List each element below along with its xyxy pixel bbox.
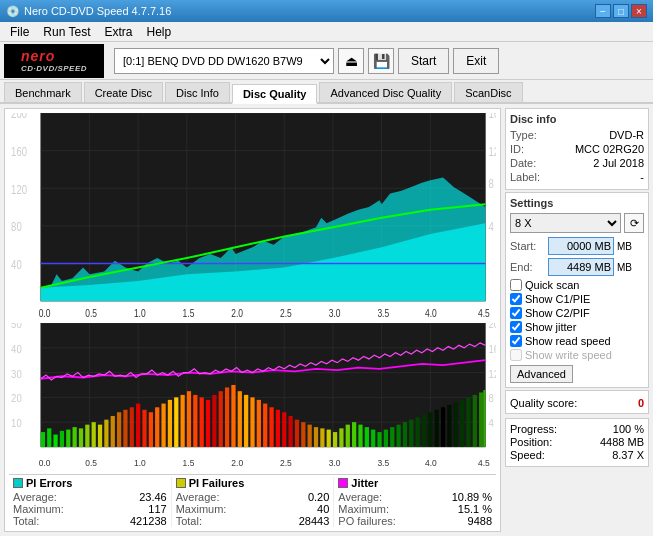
svg-text:2.0: 2.0 <box>231 307 243 319</box>
svg-rect-101 <box>327 430 331 447</box>
pi-errors-max-label: Maximum: <box>13 503 64 515</box>
svg-rect-94 <box>282 413 286 448</box>
svg-rect-71 <box>136 404 140 447</box>
svg-text:20: 20 <box>489 323 496 330</box>
nero-logo: nero CD·DVD/SPEED <box>4 44 104 78</box>
svg-text:4.5: 4.5 <box>478 457 490 468</box>
svg-rect-85 <box>225 388 229 448</box>
maximize-button[interactable]: □ <box>613 4 629 18</box>
label-value: - <box>640 171 644 183</box>
svg-rect-96 <box>295 420 299 447</box>
svg-rect-99 <box>314 427 318 447</box>
quality-score-row: Quality score: 0 <box>510 397 644 409</box>
menu-file[interactable]: File <box>4 24 35 40</box>
start-mb-input[interactable] <box>548 237 614 255</box>
tab-scandisc[interactable]: ScanDisc <box>454 82 522 102</box>
nero-logo-text: nero <box>21 48 55 64</box>
menu-help[interactable]: Help <box>141 24 178 40</box>
svg-rect-80 <box>193 395 197 447</box>
show-c2pif-checkbox[interactable] <box>510 307 522 319</box>
jitter-avg-label: Average: <box>338 491 382 503</box>
svg-text:120: 120 <box>11 183 27 196</box>
svg-text:0.5: 0.5 <box>85 307 97 319</box>
svg-rect-67 <box>111 416 115 447</box>
advanced-button[interactable]: Advanced <box>510 365 573 383</box>
quality-score-value: 0 <box>638 397 644 409</box>
drive-selector[interactable]: [0:1] BENQ DVD DD DW1620 B7W9 <box>114 48 334 74</box>
nero-logo-sub: CD·DVD/SPEED <box>21 64 87 73</box>
svg-rect-93 <box>276 410 280 447</box>
title-bar-left: 💿 Nero CD-DVD Speed 4.7.7.16 <box>6 5 171 18</box>
svg-rect-118 <box>435 410 439 447</box>
svg-rect-109 <box>377 432 381 447</box>
pi-failures-col: PI Failures Average: 0.20 Maximum: 40 To… <box>172 477 335 527</box>
pi-errors-max-value: 117 <box>148 503 166 515</box>
svg-rect-97 <box>301 422 305 447</box>
jitter-avg-value: 10.89 % <box>452 491 492 503</box>
svg-rect-86 <box>231 385 235 447</box>
pi-errors-label: PI Errors <box>26 477 72 489</box>
svg-rect-58 <box>53 435 57 447</box>
pi-errors-avg-label: Average: <box>13 491 57 503</box>
show-c1pie-checkbox[interactable] <box>510 293 522 305</box>
show-write-speed-label: Show write speed <box>525 349 612 361</box>
show-read-speed-checkbox[interactable] <box>510 335 522 347</box>
show-write-speed-row: Show write speed <box>510 349 644 361</box>
close-button[interactable]: × <box>631 4 647 18</box>
eject-button[interactable]: ⏏ <box>338 48 364 74</box>
tab-disc-quality[interactable]: Disc Quality <box>232 84 318 104</box>
exit-button[interactable]: Exit <box>453 48 499 74</box>
svg-text:12: 12 <box>489 145 496 158</box>
svg-rect-113 <box>403 422 407 447</box>
show-read-speed-row: Show read speed <box>510 335 644 347</box>
svg-rect-69 <box>123 410 127 447</box>
right-panel: Disc info Type: DVD-R ID: MCC 02RG20 Dat… <box>505 104 653 536</box>
tab-create-disc[interactable]: Create Disc <box>84 82 163 102</box>
lower-chart: 50 40 30 20 10 20 16 12 8 4 0.0 0.5 1.0 … <box>9 323 496 472</box>
progress-value: 100 % <box>613 423 644 435</box>
progress-panel: Progress: 100 % Position: 4488 MB Speed:… <box>505 418 649 467</box>
minimize-button[interactable]: − <box>595 4 611 18</box>
save-button[interactable]: 💾 <box>368 48 394 74</box>
svg-rect-108 <box>371 430 375 447</box>
svg-text:200: 200 <box>11 113 27 121</box>
svg-text:3.5: 3.5 <box>377 457 389 468</box>
progress-label: Progress: <box>510 423 557 435</box>
svg-text:40: 40 <box>11 343 22 355</box>
svg-rect-75 <box>161 404 165 447</box>
speed-select[interactable]: 8 X <box>510 213 621 233</box>
end-mb-unit: MB <box>617 262 632 273</box>
svg-text:4.0: 4.0 <box>425 457 437 468</box>
disc-info-title: Disc info <box>510 113 644 125</box>
start-button[interactable]: Start <box>398 48 449 74</box>
date-row: Date: 2 Jul 2018 <box>510 157 644 169</box>
quality-panel: Quality score: 0 <box>505 390 649 414</box>
show-jitter-checkbox[interactable] <box>510 321 522 333</box>
settings-refresh-button[interactable]: ⟳ <box>624 213 644 233</box>
end-mb-input[interactable] <box>548 258 614 276</box>
quick-scan-checkbox[interactable] <box>510 279 522 291</box>
type-value: DVD-R <box>609 129 644 141</box>
menu-extra[interactable]: Extra <box>98 24 138 40</box>
pi-failures-total-row: Total: 28443 <box>176 515 330 527</box>
svg-rect-117 <box>428 413 432 448</box>
svg-text:4.5: 4.5 <box>478 307 490 319</box>
svg-text:2.0: 2.0 <box>231 457 243 468</box>
upper-chart: 200 160 120 80 40 16 12 8 4 0.0 0.5 1.0 … <box>9 113 496 321</box>
tab-advanced-disc-quality[interactable]: Advanced Disc Quality <box>319 82 452 102</box>
svg-text:16: 16 <box>489 113 496 121</box>
pi-failures-avg-row: Average: 0.20 <box>176 491 330 503</box>
id-row: ID: MCC 02RG20 <box>510 143 644 155</box>
jitter-po-label: PO failures: <box>338 515 395 527</box>
tab-benchmark[interactable]: Benchmark <box>4 82 82 102</box>
svg-rect-98 <box>308 425 312 447</box>
upper-chart-svg: 200 160 120 80 40 16 12 8 4 0.0 0.5 1.0 … <box>9 113 496 321</box>
menu-run-test[interactable]: Run Test <box>37 24 96 40</box>
svg-text:2.5: 2.5 <box>280 307 292 319</box>
type-row: Type: DVD-R <box>510 129 644 141</box>
id-value: MCC 02RG20 <box>575 143 644 155</box>
quality-score-label: Quality score: <box>510 397 577 409</box>
tab-disc-info[interactable]: Disc Info <box>165 82 230 102</box>
svg-text:160: 160 <box>11 145 27 158</box>
svg-rect-87 <box>238 391 242 447</box>
